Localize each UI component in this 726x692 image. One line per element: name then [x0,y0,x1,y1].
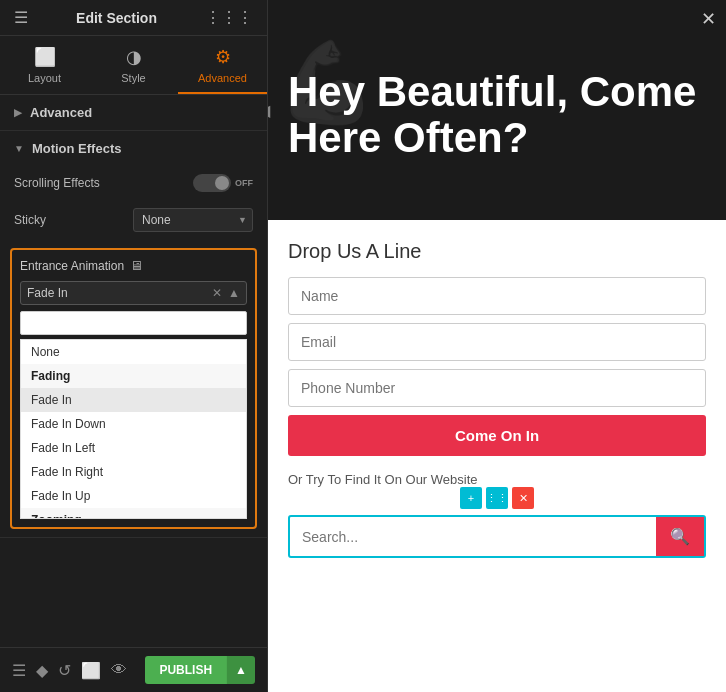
toggle-track[interactable] [193,174,231,192]
monitor-icon: 🖥 [130,258,143,273]
diamond-icon[interactable]: ◆ [36,661,48,680]
publish-arrow-btn[interactable]: ▲ [226,656,255,684]
undo-icon[interactable]: ↺ [58,661,71,680]
bottom-toolbar: ☰ ◆ ↺ ⬜ 👁 PUBLISH ▲ [0,647,267,692]
or-text: Or Try To Find It On Our Website [288,472,706,487]
eye-icon[interactable]: 👁 [111,661,127,679]
panel-title: Edit Section [76,10,157,26]
search-bar-input[interactable] [290,519,656,555]
entrance-clear-btn[interactable]: ✕ [212,286,222,300]
entrance-search-input[interactable] [20,311,247,335]
motion-effects-arrow-icon: ▼ [14,143,24,154]
publish-button-group: PUBLISH ▲ [145,656,255,684]
advanced-section-label: Advanced [30,105,92,120]
form-section: Drop Us A Line Come On In Or Try To Find… [268,220,726,692]
dropdown-item-none[interactable]: None [21,340,246,364]
advanced-section-header[interactable]: ▶ Advanced [0,95,267,130]
tab-style[interactable]: ◑ Style [89,36,178,94]
motion-effects-header[interactable]: ▼ Motion Effects [0,131,267,166]
submit-button[interactable]: Come On In [288,415,706,456]
publish-main-btn[interactable]: PUBLISH [145,656,226,684]
entrance-animation-label: Entrance Animation 🖥 [20,258,247,273]
entrance-animation-box: Entrance Animation 🖥 Fade In ✕ ▲ None Fa… [10,248,257,529]
desktop-view-icon[interactable]: ⬜ [81,661,101,680]
email-input[interactable] [288,323,706,361]
sticky-select-wrapper: None Top Bottom [133,208,253,232]
close-button[interactable]: ✕ [701,8,716,30]
right-panel: ✕ Hey Beautiful, Come Here Often? ◀ Drop… [268,0,726,692]
dropdown-item-fade-in-right[interactable]: Fade In Right [21,460,246,484]
search-bar-area: 🔍 [288,515,706,558]
panel-tabs: ⬜ Layout ◑ Style ⚙ Advanced [0,36,267,95]
floating-toolbar: + ⋮⋮ ✕ [460,487,534,509]
layout-icon: ⬜ [34,46,56,68]
entrance-dropdown-arrow[interactable]: ▲ [228,286,240,300]
hamburger-icon[interactable]: ☰ [14,8,28,27]
dropdown-category-fading: Fading [21,364,246,388]
search-container: + ⋮⋮ ✕ 🔍 [288,515,706,558]
floating-grid-btn[interactable]: ⋮⋮ [486,487,508,509]
left-panel: ☰ Edit Section ⋮⋮⋮ ⬜ Layout ◑ Style ⚙ Ad… [0,0,268,692]
entrance-select-actions: ✕ ▲ [212,286,240,300]
sticky-label: Sticky [14,213,46,227]
bottom-icons-group: ☰ ◆ ↺ ⬜ 👁 [12,661,127,680]
motion-effects-section: ▼ Motion Effects Scrolling Effects OFF S… [0,131,267,538]
entrance-dropdown-list: None Fading Fade In Fade In Down Fade In… [20,339,247,519]
tab-advanced[interactable]: ⚙ Advanced [178,36,267,94]
hero-section: Hey Beautiful, Come Here Often? ◀ [268,0,726,220]
grid-icon[interactable]: ⋮⋮⋮ [205,8,253,27]
hamburger-bottom-icon[interactable]: ☰ [12,661,26,680]
motion-effects-label: Motion Effects [32,141,122,156]
phone-input[interactable] [288,369,706,407]
dropdown-item-fade-in-down[interactable]: Fade In Down [21,412,246,436]
dropdown-item-fade-in-left[interactable]: Fade In Left [21,436,246,460]
hero-text: Hey Beautiful, Come Here Often? [288,69,706,161]
hero-title: Hey Beautiful, Come Here Often? [288,69,706,161]
tab-style-label: Style [121,72,145,84]
dropdown-item-fade-in[interactable]: Fade In [21,388,246,412]
tab-layout[interactable]: ⬜ Layout [0,36,89,94]
dropdown-item-fade-in-up[interactable]: Fade In Up [21,484,246,508]
toggle-knob [215,176,229,190]
entrance-selected-value: Fade In [27,286,68,300]
floating-close-btn[interactable]: ✕ [512,487,534,509]
panel-resize-arrow[interactable]: ◀ [268,101,270,120]
toggle-state-label: OFF [235,178,253,188]
entrance-selected-row[interactable]: Fade In ✕ ▲ [20,281,247,305]
advanced-arrow-icon: ▶ [14,107,22,118]
panel-header: ☰ Edit Section ⋮⋮⋮ [0,0,267,36]
search-bar-button[interactable]: 🔍 [656,517,704,556]
advanced-section: ▶ Advanced [0,95,267,131]
entrance-animation-text: Entrance Animation [20,259,124,273]
name-input[interactable] [288,277,706,315]
advanced-icon: ⚙ [215,46,231,68]
dropdown-category-zooming: Zooming [21,508,246,519]
sticky-select[interactable]: None Top Bottom [133,208,253,232]
form-subtitle: Drop Us A Line [288,240,706,263]
scrolling-effects-toggle[interactable]: OFF [193,174,253,192]
floating-plus-btn[interactable]: + [460,487,482,509]
tab-advanced-label: Advanced [198,72,247,84]
sticky-row: Sticky None Top Bottom [0,200,267,240]
scrolling-effects-row: Scrolling Effects OFF [0,166,267,200]
scrolling-effects-label: Scrolling Effects [14,176,100,190]
tab-layout-label: Layout [28,72,61,84]
style-icon: ◑ [126,46,142,68]
